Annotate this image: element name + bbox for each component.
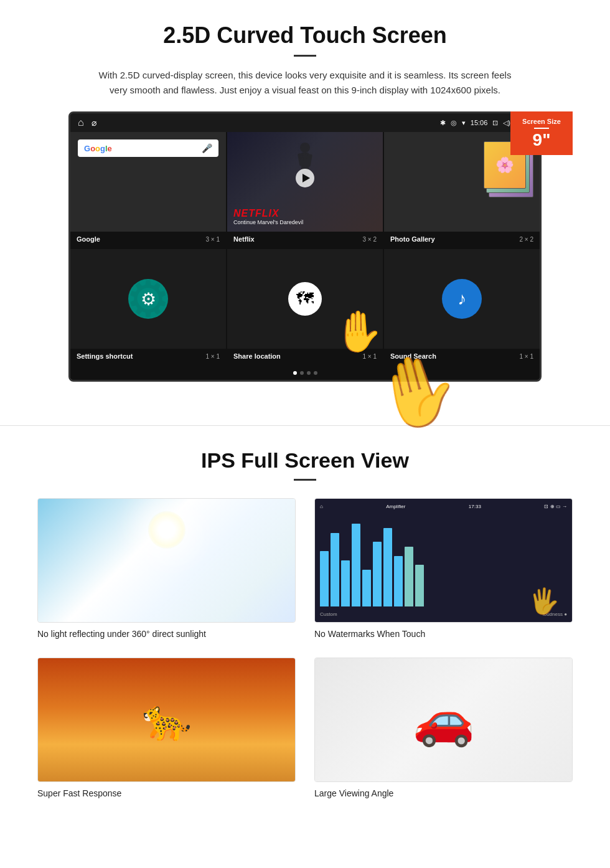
feature-amplifier: ⌂ Amplifier 17:33 ⊡ ⊕ ▭ → [314, 498, 573, 639]
badge-size: 9" [515, 131, 568, 149]
amp-title: Amplifier [386, 504, 405, 509]
amp-preset: Custom [320, 611, 337, 617]
usb-icon: ⌀ [92, 118, 96, 128]
device-area: Screen Size 9" ⌂ ⌀ ✱ ◎ ▾ 15:06 ⊡ ◁) ⊠ [37, 111, 573, 382]
amp-home-icon: ⌂ [320, 504, 323, 509]
sunlight-visual [38, 499, 295, 622]
screen-size-badge: Screen Size 9" [510, 111, 573, 155]
dot-4 [314, 371, 317, 375]
netflix-subtitle: Continue Marvel's Daredevil [233, 219, 303, 225]
share-location-cell[interactable]: 🗺 🤚 [227, 249, 383, 349]
feature-grid: No light reflecting under 360° direct su… [37, 498, 573, 798]
hand-gesture: 🤚 [333, 308, 383, 355]
ips-section: IPS Full Screen View No light reflecting… [0, 426, 610, 823]
car-visual: 🚗 [315, 658, 572, 781]
volume-status-icon: ◁) [503, 119, 510, 127]
settings-app-cell[interactable]: ⚙ ⚙ [70, 249, 226, 349]
app-grid-row2: ⚙ ⚙ 🗺 🤚 [70, 249, 540, 349]
sound-search-cell[interactable]: ♪ [384, 249, 540, 349]
ips-title-divider [294, 479, 316, 481]
amplifier-image: ⌂ Amplifier 17:33 ⊡ ⊕ ▭ → [314, 498, 573, 623]
status-bar: ⌂ ⌀ ✱ ◎ ▾ 15:06 ⊡ ◁) ⊠ ▭ [70, 113, 540, 132]
eq-bar-6 [373, 542, 382, 606]
netflix-app-name: Netflix [233, 235, 255, 243]
dot-2 [300, 371, 304, 375]
touch-hand-icon: 🖐 [528, 587, 560, 616]
camera-status-icon: ⊡ [492, 119, 498, 127]
app-labels-row2: Settings shortcut 1 × 1 Share location 1… [70, 349, 540, 366]
flower-emoji: 🌸 [495, 156, 514, 174]
maps-icon: 🗺 [288, 282, 322, 316]
ghost-settings-icons: ⚙ [70, 249, 226, 349]
eq-bar-7 [383, 528, 392, 606]
amp-header: ⌂ Amplifier 17:33 ⊡ ⊕ ▭ → [320, 504, 567, 509]
badge-label: Screen Size [515, 118, 568, 125]
google-search-bar[interactable]: Google 🎤 [78, 139, 218, 157]
sound-icon-circle: ♪ [442, 279, 482, 319]
microphone-icon[interactable]: 🎤 [202, 143, 212, 153]
feature-cheetah: 🐆 Super Fast Response [37, 658, 296, 798]
curved-description: With 2.5D curved-display screen, this de… [93, 68, 517, 98]
pagination-dots [70, 366, 540, 380]
home-icon[interactable]: ⌂ [78, 117, 84, 128]
sunlight-rays [148, 511, 185, 549]
ips-title: IPS Full Screen View [37, 448, 573, 473]
amplifier-visual: ⌂ Amplifier 17:33 ⊡ ⊕ ▭ → [315, 499, 572, 622]
badge-divider [534, 128, 549, 129]
location-icon: ◎ [451, 119, 457, 127]
app-labels-row1: Google 3 × 1 Netflix 3 × 2 Photo Gallery… [70, 232, 540, 249]
eq-bar-3 [341, 560, 350, 606]
wifi-icon: ▾ [462, 119, 466, 127]
car-icon: 🚗 [413, 691, 475, 749]
status-left: ⌂ ⌀ [78, 117, 96, 128]
share-app-name: Share location [233, 352, 281, 360]
svg-text:🗺: 🗺 [296, 289, 314, 308]
netflix-label: Netflix 3 × 2 [227, 235, 383, 243]
sunlight-image [37, 498, 296, 623]
netflix-app-size: 3 × 2 [362, 236, 377, 243]
eq-bar-1 [320, 551, 329, 606]
dot-3 [307, 371, 311, 375]
eq-bar-5 [362, 570, 371, 606]
app-grid-row1: Google 🎤 [70, 132, 540, 232]
eq-bar-9 [405, 547, 413, 606]
feature-sunlight: No light reflecting under 360° direct su… [37, 498, 296, 639]
cheetah-label: Super Fast Response [37, 788, 296, 798]
google-logo: Google [84, 144, 112, 153]
gallery-label: Photo Gallery 2 × 2 [384, 235, 540, 243]
title-divider [294, 55, 316, 57]
dot-1 [293, 371, 297, 375]
settings-label: Settings shortcut 1 × 1 [70, 352, 226, 360]
amplifier-label: No Watermarks When Touch [314, 629, 573, 639]
curved-title: 2.5D Curved Touch Screen [37, 22, 573, 49]
netflix-overlay: NETFLIX Continue Marvel's Daredevil [227, 132, 383, 232]
settings-app-name: Settings shortcut [77, 352, 133, 360]
netflix-app-cell[interactable]: NETFLIX Continue Marvel's Daredevil [227, 132, 383, 232]
amp-icons: ⊡ ⊕ ▭ → [544, 504, 567, 509]
netflix-logo: NETFLIX [233, 208, 279, 219]
car-image: 🚗 [314, 658, 573, 782]
settings-app-size: 1 × 1 [205, 353, 220, 360]
bluetooth-icon: ✱ [440, 119, 446, 127]
device-screen: ⌂ ⌀ ✱ ◎ ▾ 15:06 ⊡ ◁) ⊠ ▭ [68, 111, 542, 382]
gallery-app-size: 2 × 2 [519, 236, 533, 243]
sound-app-size: 1 × 1 [519, 353, 533, 360]
google-app-size: 3 × 1 [205, 236, 220, 243]
curved-screen-section: 2.5D Curved Touch Screen With 2.5D curve… [0, 0, 610, 400]
google-app-cell[interactable]: Google 🎤 [70, 132, 226, 232]
gallery-app-name: Photo Gallery [390, 235, 435, 243]
cheetah-visual: 🐆 [38, 658, 295, 781]
google-app-name: Google [77, 235, 100, 243]
eq-bar-4 [352, 524, 360, 606]
car-label: Large Viewing Angle [314, 788, 573, 798]
google-label: Google 3 × 1 [70, 235, 226, 243]
sunlight-label: No light reflecting under 360° direct su… [37, 629, 296, 639]
music-note-icon: ♪ [458, 289, 466, 309]
status-time: 15:06 [471, 119, 488, 126]
feature-car: 🚗 Large Viewing Angle [314, 658, 573, 798]
eq-bar-2 [331, 533, 339, 606]
eq-bar-10 [415, 565, 424, 606]
cheetah-image: 🐆 [37, 658, 296, 782]
cheetah-emoji: 🐆 [142, 697, 192, 743]
eq-bar-8 [394, 556, 403, 606]
